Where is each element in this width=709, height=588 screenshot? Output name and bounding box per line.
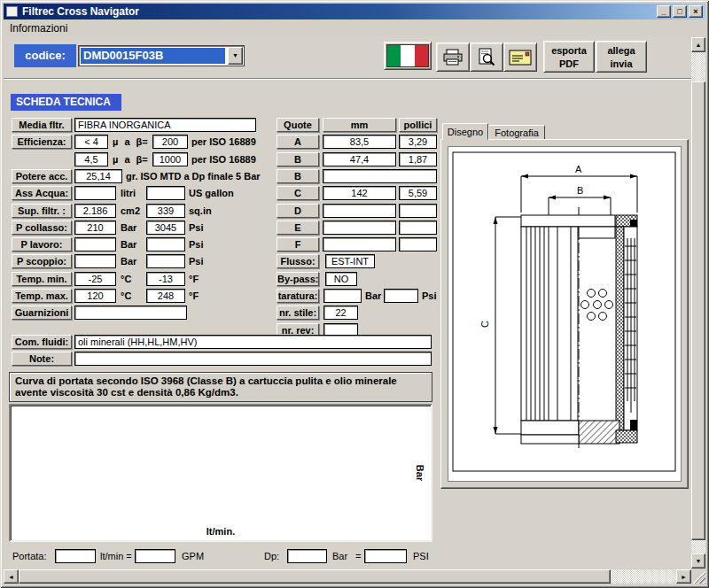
sup-filtr-cm2-input[interactable]	[74, 204, 116, 218]
scroll-right-icon[interactable]: ►	[676, 569, 691, 584]
flusso-input[interactable]	[325, 254, 375, 268]
allega-invia-button[interactable]: allega invia	[596, 41, 647, 73]
temp-max-label: Temp. max.	[12, 289, 72, 303]
equals-sign: =	[355, 549, 361, 563]
resize-grip[interactable]	[691, 569, 705, 584]
psi-label: PSI	[413, 549, 429, 563]
horizontal-scrollbar-thumb[interactable]	[19, 569, 611, 584]
minimize-button[interactable]: _	[657, 5, 671, 18]
p-lavoro-bar-input[interactable]	[74, 237, 116, 251]
taratura-psi-input[interactable]	[384, 289, 418, 303]
quote-f-mm-input[interactable]	[323, 237, 396, 251]
quote-f-pollici-input[interactable]	[399, 237, 437, 251]
ass-acqua-gallon-input[interactable]	[146, 186, 185, 200]
chevron-down-icon[interactable]: ▼	[228, 47, 243, 65]
codice-combobox[interactable]: DMD0015F03B ▼	[78, 45, 245, 66]
efficienza-iso-text-2: per ISO 16889	[191, 152, 256, 166]
quote-row-label-e: E	[277, 220, 319, 235]
gpm-input[interactable]	[135, 549, 175, 563]
dp-input[interactable]	[287, 549, 327, 563]
guarnizioni-input[interactable]	[74, 306, 187, 320]
p-lavoro-psi-input[interactable]	[146, 237, 185, 251]
sup-filtr-unit1: cm2	[121, 204, 140, 218]
menu-informazioni[interactable]: Informazioni	[4, 19, 74, 35]
print-button[interactable]	[436, 43, 470, 72]
tab-fotografia[interactable]: Fotografia	[488, 125, 545, 140]
codice-selected-value: DMD0015F03B	[81, 48, 225, 64]
taratura-bar-input[interactable]	[323, 289, 362, 303]
portata-input[interactable]	[55, 549, 96, 563]
psi-input[interactable]	[364, 549, 407, 563]
quote-d-mm-input[interactable]	[323, 204, 396, 218]
bypass-label: By-pass:	[277, 272, 319, 286]
bar-label: Bar	[332, 549, 347, 563]
p-scoppio-psi-input[interactable]	[146, 254, 185, 268]
print-preview-button[interactable]	[470, 43, 503, 72]
quote-b-mm-input[interactable]	[323, 152, 396, 166]
esporta-pdf-button[interactable]: esporta PDF	[543, 41, 595, 73]
p-collasso-label: P collasso:	[12, 220, 72, 235]
quote-b-pollici-input[interactable]	[399, 152, 437, 166]
potere-acc-input[interactable]	[74, 169, 122, 183]
quote-e-mm-input[interactable]	[323, 220, 396, 235]
p-scoppio-unit1: Bar	[121, 254, 136, 268]
temp-min-unit1: °C	[121, 272, 131, 286]
quote-header: Quote	[277, 118, 319, 132]
note-input[interactable]	[74, 352, 432, 366]
com-fluidi-input[interactable]	[74, 335, 432, 349]
quote-a-mm-input[interactable]	[323, 135, 396, 149]
quote-d-pollici-input[interactable]	[399, 204, 437, 218]
efficienza-micron-1-input[interactable]	[74, 135, 108, 149]
vertical-scrollbar-thumb[interactable]	[691, 81, 705, 540]
p-scoppio-bar-input[interactable]	[74, 254, 116, 268]
quote-e-pollici-input[interactable]	[399, 220, 437, 235]
temp-min-c-input[interactable]	[74, 272, 116, 286]
language-italian-button[interactable]	[384, 42, 432, 70]
nr-stile-input[interactable]	[323, 306, 358, 320]
ass-acqua-litri-input[interactable]	[74, 186, 116, 200]
quote-b2-wide-input[interactable]	[323, 169, 437, 183]
scroll-left-icon[interactable]: ◄	[4, 569, 19, 584]
taratura-unit1: Bar	[365, 289, 381, 303]
portata-label: Portata:	[12, 549, 47, 563]
scheda-tecnica-title: SCHEDA TECNICA	[11, 94, 121, 111]
temp-max-c-input[interactable]	[74, 289, 116, 303]
p-lavoro-unit2: Psi	[189, 237, 204, 251]
toolbar-separator	[4, 78, 691, 80]
chart-x-axis-label: lt/min.	[206, 526, 235, 537]
sup-filtr-sqin-input[interactable]	[146, 204, 185, 218]
p-collasso-unit2: Psi	[189, 220, 204, 235]
email-button[interactable]	[503, 43, 537, 72]
potere-acc-label: Potere acc.	[12, 169, 72, 183]
efficienza-beta-1-input[interactable]	[152, 135, 188, 149]
sup-filtr-unit2: sq.in	[189, 204, 212, 218]
preview-magnifier-icon	[477, 48, 496, 67]
quote-c-pollici-input[interactable]	[399, 186, 437, 200]
title-bar: Filtrec Cross Navigator _ □ ×	[4, 4, 705, 19]
tab-disegno[interactable]: Disegno	[442, 123, 488, 140]
quote-c-mm-input[interactable]	[323, 186, 396, 200]
p-collasso-bar-input[interactable]	[74, 220, 116, 235]
quote-row-label-c: C	[277, 186, 319, 200]
flusso-label: Flusso:	[277, 254, 319, 268]
maximize-button[interactable]: □	[673, 5, 687, 18]
allega-invia-label-line1: allega	[596, 44, 646, 58]
temp-min-f-input[interactable]	[146, 272, 185, 286]
bypass-input[interactable]	[325, 272, 357, 286]
media-fltr-input[interactable]	[74, 118, 256, 132]
dim-c-label: C	[479, 321, 490, 328]
close-button[interactable]: ×	[689, 5, 703, 18]
quote-row-label-b2: B	[277, 169, 319, 183]
email-envelope-icon	[509, 49, 532, 66]
flow-chart: Bar lt/min.	[9, 404, 432, 542]
ltmin-label: lt/min =	[100, 549, 132, 563]
scroll-down-icon[interactable]: ▼	[691, 553, 705, 569]
gpm-label: GPM	[182, 549, 204, 563]
quote-a-pollici-input[interactable]	[399, 135, 437, 149]
p-collasso-psi-input[interactable]	[146, 220, 185, 235]
scroll-up-icon[interactable]: ▲	[691, 37, 705, 52]
temp-max-f-input[interactable]	[146, 289, 185, 303]
efficienza-beta-2-input[interactable]	[152, 152, 188, 166]
efficienza-micron-2-input[interactable]	[74, 152, 108, 166]
media-fltr-label: Media fltr.	[12, 118, 72, 132]
